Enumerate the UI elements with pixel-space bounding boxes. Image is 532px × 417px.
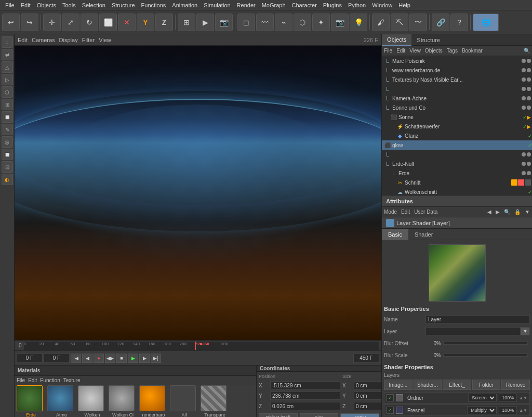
blur-offset-slider[interactable] bbox=[443, 342, 528, 345]
rotate-button[interactable]: ↻ bbox=[81, 14, 98, 31]
folder-btn[interactable]: Folder bbox=[472, 380, 501, 390]
obj-item-schnitt[interactable]: ✂ Schnitt bbox=[382, 178, 532, 187]
apply-button[interactable]: Apply bbox=[340, 413, 379, 417]
z-button[interactable]: Z bbox=[155, 14, 173, 31]
structure-tab[interactable]: Structure bbox=[411, 34, 445, 46]
obj-item-wolkenschnitt[interactable]: ☁ Wolkenschnitt ✓ bbox=[382, 187, 532, 195]
size-button[interactable]: Size bbox=[300, 413, 339, 417]
attr-edit[interactable]: Edit bbox=[401, 209, 410, 215]
menu-plugins[interactable]: Plugins bbox=[320, 2, 345, 8]
render-view[interactable]: ▶ bbox=[196, 14, 214, 31]
ordner-mode[interactable]: Screen bbox=[468, 394, 497, 402]
viewport-canvas[interactable] bbox=[15, 46, 381, 340]
object-button[interactable]: ⬜ bbox=[99, 14, 117, 31]
menu-functions[interactable]: Functions bbox=[138, 2, 169, 8]
stop-btn[interactable]: ■ bbox=[116, 354, 127, 363]
menu-mograph[interactable]: MoGraph bbox=[259, 2, 289, 8]
obj-item-nasa[interactable]: L Textures by Nasa Visible Ear... bbox=[382, 75, 532, 84]
obj-item-marc[interactable]: L Marc Potscnik bbox=[382, 56, 532, 66]
mat-function[interactable]: Function bbox=[40, 377, 60, 383]
image-btn[interactable]: Image... bbox=[384, 380, 413, 390]
left-btn-1[interactable]: ↕ bbox=[2, 36, 13, 48]
layer-ordner-check[interactable]: ✓ bbox=[387, 394, 394, 401]
attr-mode[interactable]: Mode bbox=[384, 209, 397, 215]
obj-menu-objects[interactable]: Objects bbox=[425, 48, 443, 54]
menu-window[interactable]: Window bbox=[369, 2, 395, 8]
material-renderbaro[interactable]: renderbaro bbox=[139, 385, 168, 417]
scene-button[interactable]: ✦ bbox=[312, 14, 330, 31]
renderer-button[interactable]: 🌐 bbox=[473, 14, 499, 31]
prev-frame-btn[interactable]: ◀ bbox=[82, 354, 92, 363]
attr-nav-right[interactable]: ▶ bbox=[496, 209, 500, 215]
attr-nav-left[interactable]: ◀ bbox=[487, 209, 491, 215]
menu-structure[interactable]: Structure bbox=[109, 2, 138, 8]
cube-button[interactable]: ◻ bbox=[237, 14, 255, 31]
attr-tab-shader[interactable]: Shader bbox=[408, 229, 439, 240]
play-back-btn[interactable]: ◀▶ bbox=[105, 354, 115, 363]
attr-tab-basic[interactable]: Basic bbox=[382, 229, 408, 240]
left-btn-10[interactable]: 🔲 bbox=[2, 149, 13, 160]
go-end-btn[interactable]: ▶| bbox=[151, 354, 161, 363]
timeline-ruler[interactable]: 0 20 40 60 80 100 120 140 160 180 200 22… bbox=[24, 342, 379, 350]
light-button[interactable]: 💡 bbox=[350, 14, 367, 31]
vp-filter[interactable]: Filter bbox=[82, 37, 95, 43]
snap-button[interactable]: 🔗 bbox=[432, 14, 449, 31]
blur-scale-slider[interactable] bbox=[443, 354, 528, 357]
coord-x-input[interactable] bbox=[270, 381, 340, 389]
menu-help[interactable]: Help bbox=[395, 2, 414, 8]
layer-input[interactable] bbox=[425, 327, 521, 335]
menu-edit[interactable]: Edit bbox=[18, 2, 34, 8]
obj-item-empty[interactable]: L bbox=[382, 84, 532, 94]
vp-view[interactable]: View bbox=[99, 37, 111, 43]
attr-arrow[interactable]: ▼ bbox=[525, 209, 530, 215]
menu-animation[interactable]: Animation bbox=[169, 2, 201, 8]
obj-menu-bookmar[interactable]: Bookmar bbox=[462, 48, 483, 54]
left-btn-8[interactable]: ✎ bbox=[2, 124, 13, 135]
move-button[interactable]: ✛ bbox=[43, 14, 61, 31]
objects-tab[interactable]: Objects bbox=[382, 34, 411, 46]
ordner-pct[interactable] bbox=[499, 394, 517, 402]
vp-cameras[interactable]: Cameras bbox=[32, 37, 55, 43]
fresnel-mode[interactable]: Multiply bbox=[467, 406, 497, 414]
paint-button[interactable]: 🖌 bbox=[372, 14, 390, 31]
left-btn-2[interactable]: ⇄ bbox=[2, 49, 13, 60]
obj-menu-file[interactable]: File bbox=[384, 48, 392, 54]
delete-button[interactable]: ✕ bbox=[118, 14, 136, 31]
record-btn[interactable]: ● bbox=[94, 354, 104, 363]
menu-file[interactable]: File bbox=[2, 2, 18, 8]
scale-button[interactable]: ⤢ bbox=[62, 14, 79, 31]
material-wolken[interactable]: Wolken bbox=[78, 385, 107, 417]
object-rel-button[interactable]: Object (Rel) bbox=[259, 413, 298, 417]
y-button[interactable]: Y bbox=[137, 14, 154, 31]
nurbs-button[interactable]: ⌁ bbox=[275, 14, 292, 31]
deform-button[interactable]: ⬡ bbox=[294, 14, 311, 31]
obj-item-erde[interactable]: L Erde bbox=[382, 168, 532, 178]
menu-selection[interactable]: Selection bbox=[79, 2, 109, 8]
remove-btn[interactable]: Remove bbox=[501, 380, 530, 390]
obj-menu-edit[interactable]: Edit bbox=[396, 48, 405, 54]
obj-item-erdenull[interactable]: L Erde-Null bbox=[382, 159, 532, 168]
menu-simulation[interactable]: Simulation bbox=[201, 2, 233, 8]
attr-userdata[interactable]: User Data bbox=[414, 209, 437, 215]
layer-ordner[interactable]: ✓ Ordner Screen ▲▼ bbox=[384, 392, 530, 403]
coord-y-input[interactable] bbox=[270, 392, 340, 400]
left-btn-6[interactable]: ⊞ bbox=[2, 99, 13, 110]
obj-item-empty2[interactable]: L bbox=[382, 150, 532, 159]
name-input[interactable] bbox=[425, 315, 530, 323]
render-output[interactable]: 📷 bbox=[215, 14, 233, 31]
next-frame-btn[interactable]: ▶ bbox=[139, 354, 150, 363]
obj-item-sonneco[interactable]: L Sonne und Co bbox=[382, 103, 532, 112]
menu-python[interactable]: Python bbox=[345, 2, 369, 8]
layer-btn[interactable]: ▼ bbox=[521, 327, 530, 335]
obj-item-glanz[interactable]: ◆ Glanz ✓ bbox=[382, 131, 532, 140]
coord-z-input[interactable] bbox=[270, 402, 340, 410]
effect-btn[interactable]: Effect_ bbox=[443, 380, 471, 390]
sculpt-button[interactable]: ⛏ bbox=[391, 14, 408, 31]
attr-search[interactable]: 🔍 bbox=[504, 209, 510, 215]
left-btn-11[interactable]: ⊡ bbox=[2, 161, 13, 173]
shader-btn[interactable]: Shader... bbox=[414, 380, 442, 390]
obj-item-renderbaron[interactable]: L www.renderbaron.de bbox=[382, 66, 532, 75]
obj-menu-view[interactable]: View bbox=[409, 48, 421, 54]
left-btn-4[interactable]: ▷ bbox=[2, 74, 13, 85]
vp-display[interactable]: Display bbox=[59, 37, 78, 43]
